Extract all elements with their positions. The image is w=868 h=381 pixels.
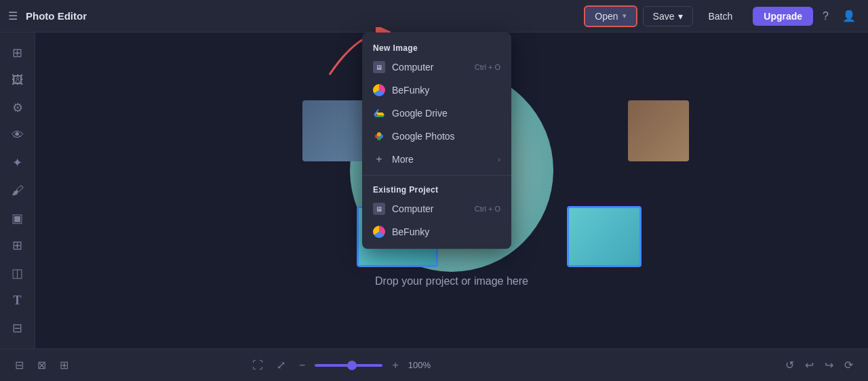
- undo-history-button[interactable]: ↺: [781, 355, 798, 376]
- bottom-toolbar: ⊟ ⊠ ⊞ ⛶ ⤢ − + 100% ↺ ↩ ↪: [0, 348, 868, 381]
- zoom-controls: ⛶ ⤢ − + 100%: [248, 355, 435, 376]
- zoom-out-button[interactable]: −: [295, 355, 309, 376]
- frames-icon: ◫: [12, 266, 23, 281]
- open-chevron-icon: ▾: [623, 12, 627, 20]
- new-image-gdrive[interactable]: Google Drive: [362, 102, 511, 125]
- redo-icon: ↪: [825, 359, 833, 372]
- history-icon: ↺: [785, 359, 794, 372]
- new-image-befunky-label: BeFunky: [392, 85, 429, 96]
- more-arrow-icon: ›: [498, 155, 500, 163]
- sidebar-item-text[interactable]: T: [4, 288, 31, 313]
- crop-toggle-button[interactable]: ⊠: [33, 355, 50, 376]
- gdrive-icon: [373, 107, 385, 119]
- open-button[interactable]: Open ▾: [584, 5, 637, 27]
- zoom-fit-button[interactable]: ⛶: [248, 355, 267, 376]
- sidebar-item-frames[interactable]: ◫: [4, 260, 31, 285]
- zoom-thumb: [347, 361, 357, 370]
- new-image-computer[interactable]: 🖥 Computer Ctrl + O: [362, 56, 511, 79]
- undo-button[interactable]: ↩: [801, 355, 818, 376]
- dropdown-divider: [362, 175, 511, 176]
- text-icon: T: [13, 294, 21, 308]
- new-image-more[interactable]: + More ›: [362, 148, 511, 171]
- sidebar-item-layers[interactable]: ⊞: [4, 41, 31, 66]
- refresh-icon: ⟳: [844, 359, 853, 372]
- fit-icon: ⛶: [252, 359, 263, 372]
- new-image-computer-shortcut: Ctrl + O: [475, 63, 500, 71]
- header: ☰ Photo Editor Open ▾ Save ▾ Batch Upgra…: [0, 0, 868, 33]
- existing-befunky-label: BeFunky: [392, 226, 429, 237]
- menu-icon[interactable]: ☰: [8, 9, 18, 22]
- effects-icon: 👁: [12, 128, 24, 142]
- open-label: Open: [595, 11, 618, 22]
- zoom-out-icon: −: [299, 359, 305, 372]
- help-button[interactable]: ?: [818, 6, 833, 26]
- new-image-section-title: New Image: [362, 38, 511, 56]
- gphotos-icon: [373, 130, 385, 142]
- existing-computer-label: Computer: [392, 203, 433, 214]
- new-image-computer-label: Computer: [392, 62, 433, 73]
- save-label: Save: [653, 11, 675, 22]
- sidebar-item-collage[interactable]: ⊞: [4, 233, 31, 258]
- account-button[interactable]: 👤: [838, 5, 860, 26]
- existing-computer-shortcut: Ctrl + O: [475, 205, 500, 213]
- help-icon: ?: [823, 10, 829, 22]
- upgrade-button[interactable]: Upgrade: [753, 7, 813, 26]
- computer-icon: 🖥: [373, 61, 385, 73]
- save-button[interactable]: Save ▾: [643, 6, 694, 26]
- zoom-full-button[interactable]: ⤢: [273, 355, 290, 376]
- existing-computer-icon: 🖥: [373, 203, 385, 215]
- plus-icon: +: [373, 153, 385, 165]
- sidebar-item-image[interactable]: 🖼: [4, 68, 31, 94]
- full-icon: ⤢: [277, 359, 285, 372]
- existing-befunky[interactable]: BeFunky: [362, 220, 511, 243]
- crop-toggle-icon: ⊠: [37, 359, 46, 372]
- image-icon: 🖼: [12, 73, 24, 87]
- existing-befunky-icon: [373, 226, 385, 238]
- open-dropdown: New Image 🖥 Computer Ctrl + O BeFunky Go…: [362, 33, 511, 249]
- svg-point-3: [377, 132, 381, 136]
- existing-computer[interactable]: 🖥 Computer Ctrl + O: [362, 197, 511, 220]
- sidebar: ⊞ 🖼 ⚙ 👁 ✦ 🖌 ▣ ⊞ ◫ T ⊟: [0, 33, 35, 348]
- sidebar-item-adjustments[interactable]: ⚙: [4, 96, 31, 121]
- upgrade-label: Upgrade: [764, 11, 802, 22]
- canvas-photo-right: [628, 100, 689, 161]
- canvas-drop-text: Drop your project or image here: [375, 275, 528, 287]
- grid-toggle-icon: ⊞: [60, 359, 68, 372]
- layers-toggle-button[interactable]: ⊟: [11, 355, 28, 376]
- svg-point-4: [377, 136, 381, 140]
- ai-icon: ✦: [12, 155, 22, 170]
- new-image-gphotos[interactable]: Google Photos: [362, 125, 511, 148]
- gdrive-label: Google Drive: [392, 108, 448, 119]
- new-image-befunky[interactable]: BeFunky: [362, 79, 511, 102]
- zoom-slider[interactable]: [315, 364, 382, 367]
- app-title: Photo Editor: [26, 10, 87, 22]
- layers-icon: ⊞: [12, 45, 22, 60]
- refresh-button[interactable]: ⟳: [840, 355, 857, 376]
- zoom-in-button[interactable]: +: [388, 355, 402, 376]
- graphics-icon: ⊟: [12, 321, 22, 336]
- paint-icon: 🖌: [12, 184, 24, 198]
- befunky-icon: [373, 84, 385, 96]
- crop-icon: ▣: [12, 211, 23, 226]
- more-label: More: [392, 154, 414, 165]
- existing-project-section-title: Existing Project: [362, 180, 511, 197]
- sidebar-item-effects[interactable]: 👁: [4, 123, 31, 148]
- sidebar-item-paint[interactable]: 🖌: [4, 178, 31, 203]
- batch-button[interactable]: Batch: [698, 7, 742, 26]
- account-icon: 👤: [842, 10, 856, 22]
- undo-icon: ↩: [805, 359, 814, 372]
- bottom-right-controls: ↺ ↩ ↪ ⟳: [781, 355, 857, 376]
- zoom-percent: 100%: [408, 360, 435, 370]
- sidebar-item-ai[interactable]: ✦: [4, 151, 31, 176]
- canvas-card-right: [567, 206, 642, 267]
- adjustments-icon: ⚙: [12, 100, 23, 115]
- batch-label: Batch: [708, 11, 732, 22]
- redo-button[interactable]: ↪: [821, 355, 837, 376]
- grid-toggle-button[interactable]: ⊞: [56, 355, 73, 376]
- layers-toggle-icon: ⊟: [15, 359, 24, 372]
- save-chevron-icon: ▾: [678, 11, 683, 22]
- sidebar-item-crop[interactable]: ▣: [4, 205, 31, 230]
- gphotos-label: Google Photos: [392, 131, 455, 142]
- sidebar-item-graphics[interactable]: ⊟: [4, 315, 31, 340]
- zoom-in-icon: +: [392, 359, 398, 372]
